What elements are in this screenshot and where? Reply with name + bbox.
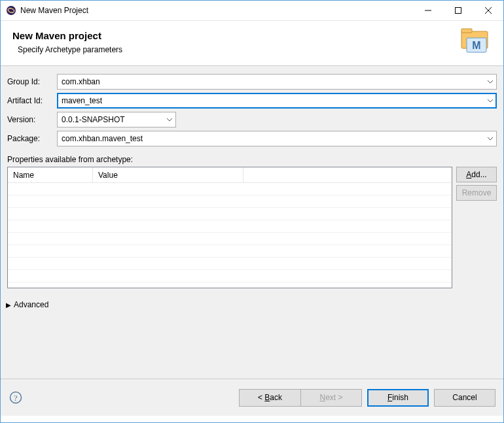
artifact-id-row: Artifact Id: xyxy=(7,93,497,109)
properties-header: Name Value xyxy=(8,167,452,183)
properties-rows xyxy=(8,183,452,282)
add-button[interactable]: Add... xyxy=(456,167,497,182)
svg-text:M: M xyxy=(472,40,480,51)
version-input[interactable] xyxy=(58,112,164,127)
advanced-toggle[interactable]: ▶ Advanced xyxy=(6,300,497,309)
column-name[interactable]: Name xyxy=(8,167,93,182)
table-row[interactable] xyxy=(8,220,452,233)
column-value[interactable]: Value xyxy=(93,167,243,182)
page-title: New Maven project xyxy=(12,30,458,41)
properties-table[interactable]: Name Value xyxy=(7,167,452,288)
close-button[interactable] xyxy=(473,1,503,20)
package-input[interactable] xyxy=(58,131,484,146)
table-row[interactable] xyxy=(8,270,452,282)
advanced-label: Advanced xyxy=(14,300,48,309)
finish-button[interactable]: Finish xyxy=(367,389,429,407)
group-id-input[interactable] xyxy=(58,75,484,89)
page-subtitle: Specify Archetype parameters xyxy=(12,45,458,54)
svg-rect-8 xyxy=(461,29,472,33)
maven-wizard-icon: M xyxy=(458,27,492,55)
main-form: Group Id: Artifact Id: Version: Package: xyxy=(1,66,503,379)
cancel-button[interactable]: Cancel xyxy=(434,389,495,407)
version-label: Version: xyxy=(7,115,57,124)
chevron-down-icon[interactable] xyxy=(164,112,175,127)
group-id-field[interactable] xyxy=(57,74,497,90)
column-spacer xyxy=(243,167,452,182)
artifact-id-field[interactable] xyxy=(57,93,497,109)
titlebar: New Maven Project xyxy=(1,1,503,21)
back-button[interactable]: < Back xyxy=(239,389,300,407)
maximize-button[interactable] xyxy=(443,1,473,20)
chevron-down-icon[interactable] xyxy=(484,93,496,108)
svg-text:?: ? xyxy=(14,393,18,403)
table-row[interactable] xyxy=(8,233,452,245)
group-id-row: Group Id: xyxy=(7,74,497,90)
remove-button: Remove xyxy=(456,185,497,201)
properties-label: Properties available from archetype: xyxy=(7,155,497,164)
table-row[interactable] xyxy=(8,208,452,220)
window-controls xyxy=(413,1,503,20)
help-icon[interactable]: ? xyxy=(9,390,23,405)
chevron-down-icon[interactable] xyxy=(484,75,496,89)
properties-area: Name Value Add... Remove xyxy=(7,167,497,288)
package-field[interactable] xyxy=(57,131,497,146)
next-button: Next > xyxy=(300,389,362,407)
version-field[interactable] xyxy=(57,112,176,127)
eclipse-icon xyxy=(6,5,16,16)
table-row[interactable] xyxy=(8,183,452,195)
group-id-label: Group Id: xyxy=(7,77,57,86)
table-row[interactable] xyxy=(8,258,452,270)
window-title: New Maven Project xyxy=(20,6,413,15)
artifact-id-input[interactable] xyxy=(58,93,484,108)
table-row[interactable] xyxy=(8,245,452,258)
artifact-id-label: Artifact Id: xyxy=(7,96,57,105)
chevron-right-icon: ▶ xyxy=(6,301,11,309)
chevron-down-icon[interactable] xyxy=(484,131,496,146)
table-row[interactable] xyxy=(8,195,452,208)
wizard-footer: ? < Back Next > Finish Cancel xyxy=(1,379,503,416)
svg-rect-4 xyxy=(456,8,461,14)
package-label: Package: xyxy=(7,134,57,143)
wizard-header: New Maven project Specify Archetype para… xyxy=(1,21,503,66)
properties-buttons: Add... Remove xyxy=(456,167,497,288)
package-row: Package: xyxy=(7,131,497,146)
minimize-button[interactable] xyxy=(413,1,443,20)
version-row: Version: xyxy=(7,112,497,127)
